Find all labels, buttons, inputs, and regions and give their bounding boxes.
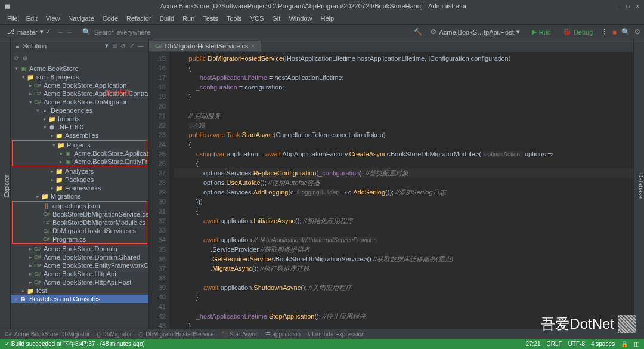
line-gutter: 1516171819202122232425262728293031323334… xyxy=(149,52,169,329)
close-button[interactable]: × xyxy=(636,3,639,10)
maximize-button[interactable]: □ xyxy=(626,3,630,10)
hide-icon[interactable]: — xyxy=(138,42,144,49)
code-editor[interactable]: 1516171819202122232425262728293031323334… xyxy=(149,52,633,329)
solution-dropdown-icon[interactable]: ▾ xyxy=(105,42,109,50)
window-title: Acme.BookStore [D:\SoftwareProject\C#Pro… xyxy=(10,2,617,10)
solution-panel: ≡ Solution ▾ ⊟ ⚙ ⤢ — ⟳ ⊕ 定制内容 ▾▣Acme.Boo… xyxy=(11,39,149,329)
run-button[interactable]: ▶ Run xyxy=(528,27,555,37)
title-bar: ◼ Acme.BookStore [D:\SoftwareProject\C#P… xyxy=(0,0,644,12)
crumb[interactable]: {} DbMigrator xyxy=(97,331,132,338)
tree-proj[interactable]: ▸C#Acme.BookStore.HttpApi.Host xyxy=(11,278,148,286)
tree-proj[interactable]: ▸C#Acme.BookStore.EntityFrameworkCore xyxy=(11,261,148,270)
solution-icon: ≡ xyxy=(16,42,19,50)
tree-root[interactable]: ▾▣Acme.BookStore xyxy=(11,64,148,73)
breadcrumb: C# Acme.BookStore.DbMigrator› {} DbMigra… xyxy=(0,329,644,339)
tree-assemblies[interactable]: ▸📁Assemblies xyxy=(11,131,148,140)
menu-edit[interactable]: Edit xyxy=(23,14,41,23)
tree-migrations[interactable]: ▸📁Migrations xyxy=(11,192,148,200)
tree-proj[interactable]: ▸C#Acme.BookStore.Domain xyxy=(11,245,148,253)
cursor-position[interactable]: 27:21 xyxy=(525,341,540,347)
tree-frameworks[interactable]: ▸📁Frameworks xyxy=(11,184,148,192)
editor-tab[interactable]: C# DbMigratorHostedService.cs × xyxy=(149,41,261,51)
tree-proj[interactable]: ▾C#Acme.BookStore.DbMigrator xyxy=(11,98,148,106)
hammer-icon[interactable]: 🔨 xyxy=(414,28,422,36)
settings-icon[interactable]: ⚙ xyxy=(120,42,126,49)
tree-file[interactable]: C#BookStoreDbMigratorModule.cs xyxy=(13,218,147,227)
search-icon[interactable]: 🔍 xyxy=(621,28,630,36)
left-tool-stripe: Explorer Structure xyxy=(0,39,11,329)
tree-dep-proj[interactable]: ▸▣Acme.BookStore.EntityFrameworkCore/1.0… xyxy=(13,157,147,166)
tree-deps[interactable]: ▾⫘Dependencies xyxy=(11,106,148,115)
debug-button[interactable]: 🐞 Debug xyxy=(559,27,596,37)
run-config-selector[interactable]: ⚙ Acme.BookS…tpApi.Host ▾ xyxy=(427,27,523,37)
search-everywhere[interactable]: 🔍 Search everywhere xyxy=(82,28,151,36)
explorer-tab[interactable]: Explorer xyxy=(4,175,10,197)
git-branch-selector[interactable]: ⎇ master ▾ ✓ xyxy=(4,27,54,37)
menu-navigate[interactable]: Navigate xyxy=(64,14,97,23)
settings-icon[interactable]: ⚙ xyxy=(634,28,640,36)
menu-git[interactable]: Git xyxy=(268,14,284,23)
line-ending[interactable]: CRLF xyxy=(547,341,562,347)
menu-build[interactable]: Build xyxy=(156,14,178,23)
tree-file[interactable]: C#Program.cs xyxy=(13,235,147,243)
filter-icon[interactable]: ⊕ xyxy=(23,55,27,61)
tree-dep-proj[interactable]: ▸▣Acme.BookStore.Application.Contracts/1… xyxy=(13,149,147,157)
close-tab-icon[interactable]: × xyxy=(252,43,255,49)
unlock-icon[interactable]: ⤢ xyxy=(129,42,134,49)
solution-subheader: ⟳ ⊕ xyxy=(11,52,148,63)
stop-icon[interactable]: ■ xyxy=(612,29,617,36)
database-tab[interactable]: Database xyxy=(637,173,644,199)
menu-refactor[interactable]: Refactor xyxy=(123,14,155,23)
nav-back-icon[interactable]: ← xyxy=(58,29,64,36)
menu-tools[interactable]: Tools xyxy=(223,14,246,23)
tree-projects-folder[interactable]: ▾📁Projects xyxy=(13,141,147,149)
menu-code[interactable]: Code xyxy=(99,14,122,23)
crumb[interactable]: λ Lambda Expression xyxy=(307,331,364,338)
menu-file[interactable]: File xyxy=(4,14,21,23)
crumb[interactable]: ⚫ StartAsync xyxy=(221,331,258,338)
tree-src[interactable]: ▾📁src · 8 projects xyxy=(11,73,148,81)
editor-tabs: C# DbMigratorHostedService.cs × xyxy=(149,39,633,52)
menu-tests[interactable]: Tests xyxy=(199,14,222,23)
tab-label: DbMigratorHostedService.cs xyxy=(165,42,249,50)
nav-forward-icon[interactable]: → xyxy=(66,29,73,36)
csharp-icon: C# xyxy=(155,43,162,49)
tree-proj[interactable]: ▸C#Acme.BookStore.HttpApi xyxy=(11,270,148,278)
annotation-label: 定制内容 xyxy=(104,88,131,97)
crumb[interactable]: ⬡ DbMigratorHostedService xyxy=(138,331,213,338)
tree-packages[interactable]: ▸📁Packages xyxy=(11,175,148,184)
heap-icon[interactable]: ◫ xyxy=(634,341,639,347)
sync-icon[interactable]: ⟳ xyxy=(14,55,19,61)
status-bar: ✓ Build succeeded at 下午8:47:37 · (48 min… xyxy=(0,339,644,349)
tree-file[interactable]: C#DbMigratorHostedService.cs xyxy=(13,227,147,235)
tree-file[interactable]: {}appsettings.json xyxy=(13,202,147,210)
csharp-icon: C# xyxy=(5,331,12,337)
right-tool-stripe: Database xyxy=(633,39,644,329)
menu-run[interactable]: Run xyxy=(179,14,198,23)
tree-test[interactable]: ▸📁test xyxy=(11,286,148,295)
crumb[interactable]: ☰ application xyxy=(265,331,301,338)
menu-vcs[interactable]: VCS xyxy=(247,14,268,23)
tree-proj[interactable]: ▸C#Acme.BookStore.Domain.Shared xyxy=(11,253,148,261)
tree-scratches[interactable]: ▸🗎Scratches and Consoles xyxy=(11,295,148,303)
menu-view[interactable]: View xyxy=(42,14,64,23)
lock-icon[interactable]: 🔒 xyxy=(621,341,628,347)
solution-header: ≡ Solution ▾ ⊟ ⚙ ⤢ — xyxy=(11,39,148,52)
code-content[interactable]: public DbMigratorHostedService(IHostAppl… xyxy=(169,52,633,329)
tree-file[interactable]: C#BookStoreDbMigrationService.cs xyxy=(13,210,147,218)
solution-tree[interactable]: ▾▣Acme.BookStore ▾📁src · 8 projects ▸C#A… xyxy=(11,63,148,329)
window-controls: – □ × xyxy=(617,3,639,10)
tree-analyzers[interactable]: ▸📁Analyzers xyxy=(11,167,148,175)
tree-net[interactable]: ▾⬢.NET 6.0 xyxy=(11,123,148,131)
menu-window[interactable]: Window xyxy=(285,14,315,23)
tree-imports[interactable]: ▸📁Imports xyxy=(11,115,148,123)
collapse-icon[interactable]: ⊟ xyxy=(112,42,117,49)
menu-bar: File Edit View Navigate Code Refactor Bu… xyxy=(0,12,644,25)
indent[interactable]: 4 spaces xyxy=(591,341,615,347)
menu-help[interactable]: Help xyxy=(317,14,338,23)
encoding[interactable]: UTF-8 xyxy=(568,341,585,347)
minimize-button[interactable]: – xyxy=(617,3,621,10)
solution-label: Solution xyxy=(23,42,101,50)
more-icon[interactable]: ⋮ xyxy=(601,28,608,36)
crumb[interactable]: Acme.BookStore.DbMigrator xyxy=(14,331,90,338)
